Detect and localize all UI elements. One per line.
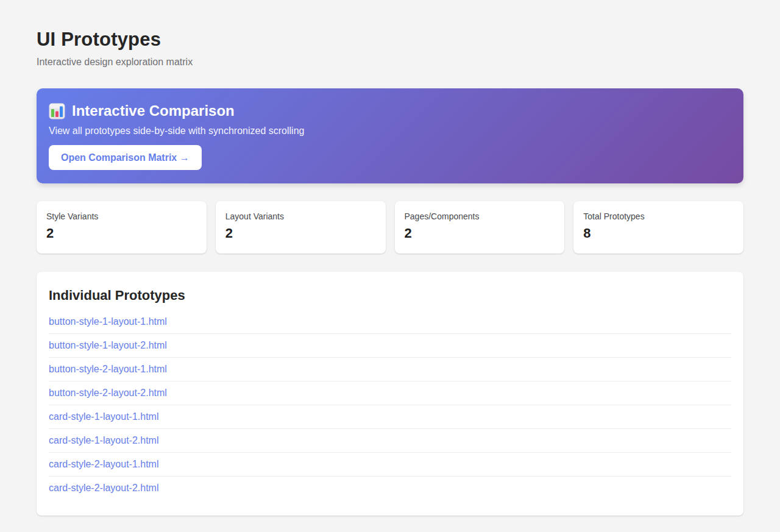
stat-card-pages-components: Pages/Components 2 xyxy=(395,201,565,254)
banner-title: Interactive Comparison xyxy=(72,102,235,120)
stat-value: 2 xyxy=(405,225,555,241)
stat-value: 8 xyxy=(583,225,734,241)
stat-label: Style Variants xyxy=(46,211,197,222)
list-item: card-style-2-layout-2.html xyxy=(49,477,731,500)
stat-card-total-prototypes: Total Prototypes 8 xyxy=(573,201,743,254)
page-subtitle: Interactive design exploration matrix xyxy=(37,56,743,68)
prototype-link[interactable]: card-style-1-layout-1.html xyxy=(49,405,731,428)
prototype-link[interactable]: card-style-2-layout-1.html xyxy=(49,453,731,476)
prototype-link[interactable]: button-style-1-layout-1.html xyxy=(49,310,731,333)
stat-label: Total Prototypes xyxy=(583,211,734,222)
list-item: card-style-2-layout-1.html xyxy=(49,453,731,477)
stat-value: 2 xyxy=(225,225,376,241)
open-comparison-button[interactable]: Open Comparison Matrix → xyxy=(49,145,202,170)
page: UI Prototypes Interactive design explora… xyxy=(0,0,780,532)
banner-description: View all prototypes side-by-side with sy… xyxy=(49,125,731,137)
page-title: UI Prototypes xyxy=(37,28,743,51)
prototype-list: button-style-1-layout-1.html button-styl… xyxy=(49,310,731,500)
prototype-link[interactable]: button-style-1-layout-2.html xyxy=(49,334,731,357)
bar-chart-icon xyxy=(49,103,65,119)
list-item: button-style-1-layout-2.html xyxy=(49,334,731,358)
banner-heading: Interactive Comparison xyxy=(49,102,731,120)
prototype-link[interactable]: card-style-1-layout-2.html xyxy=(49,429,731,452)
list-item: card-style-1-layout-1.html xyxy=(49,405,731,429)
list-item: button-style-2-layout-1.html xyxy=(49,358,731,381)
stat-label: Pages/Components xyxy=(405,211,555,222)
prototype-link[interactable]: button-style-2-layout-1.html xyxy=(49,358,731,381)
stat-card-style-variants: Style Variants 2 xyxy=(37,201,207,254)
stat-value: 2 xyxy=(46,225,197,241)
stat-label: Layout Variants xyxy=(225,211,376,222)
list-item: button-style-2-layout-2.html xyxy=(49,381,731,405)
stats-row: Style Variants 2 Layout Variants 2 Pages… xyxy=(37,201,743,254)
individual-prototypes-title: Individual Prototypes xyxy=(49,287,731,303)
list-item: card-style-1-layout-2.html xyxy=(49,429,731,453)
stat-card-layout-variants: Layout Variants 2 xyxy=(216,201,386,254)
prototype-link[interactable]: button-style-2-layout-2.html xyxy=(49,381,731,405)
individual-prototypes-card: Individual Prototypes button-style-1-lay… xyxy=(37,272,743,516)
prototype-link[interactable]: card-style-2-layout-2.html xyxy=(49,477,731,500)
comparison-banner: Interactive Comparison View all prototyp… xyxy=(37,88,743,183)
list-item: button-style-1-layout-1.html xyxy=(49,310,731,334)
